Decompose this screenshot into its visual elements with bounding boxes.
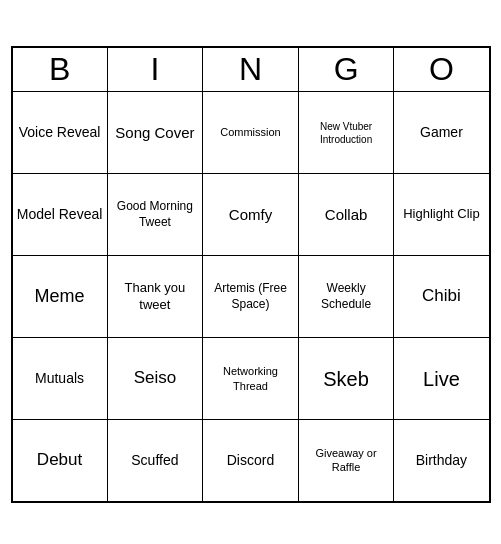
table-row: MutualsSeisoNetworking ThreadSkebLive [12,338,490,420]
bingo-cell: Live [394,338,490,420]
letter-b: B [12,47,108,92]
bingo-cell: Birthday [394,420,490,502]
bingo-cell: Meme [12,256,108,338]
bingo-card: B I N G O Voice RevealSong CoverCommissi… [11,42,491,503]
bingo-cell: Highlight Clip [394,174,490,256]
bingo-cell: Debut [12,420,108,502]
table-row: Model RevealGood Morning TweetComfyColla… [12,174,490,256]
letter-o: O [394,47,490,92]
bingo-cell: Good Morning Tweet [107,174,203,256]
bingo-cell: Thank you tweet [107,256,203,338]
header-row: B I N G O [12,47,490,92]
bingo-cell: Collab [298,174,394,256]
bingo-cell: Weekly Schedule [298,256,394,338]
bingo-cell: Discord [203,420,299,502]
bingo-cell: Model Reveal [12,174,108,256]
bingo-cell: Networking Thread [203,338,299,420]
bingo-cell: Voice Reveal [12,92,108,174]
bingo-cell: Gamer [394,92,490,174]
bingo-cell: Song Cover [107,92,203,174]
bingo-cell: Comfy [203,174,299,256]
bingo-cell: Scuffed [107,420,203,502]
bingo-cell: Artemis (Free Space) [203,256,299,338]
bingo-cell: Chibi [394,256,490,338]
letter-i: I [107,47,203,92]
bingo-cell: Seiso [107,338,203,420]
bingo-cell: Giveaway or Raffle [298,420,394,502]
table-row: DebutScuffedDiscordGiveaway or RaffleBir… [12,420,490,502]
table-row: Voice RevealSong CoverCommissionNew Vtub… [12,92,490,174]
bingo-cell: New Vtuber Introduction [298,92,394,174]
bingo-cell: Skeb [298,338,394,420]
table-row: MemeThank you tweetArtemis (Free Space)W… [12,256,490,338]
bingo-cell: Mutuals [12,338,108,420]
letter-n: N [203,47,299,92]
bingo-grid: B I N G O Voice RevealSong CoverCommissi… [11,46,491,503]
bingo-cell: Commission [203,92,299,174]
letter-g: G [298,47,394,92]
